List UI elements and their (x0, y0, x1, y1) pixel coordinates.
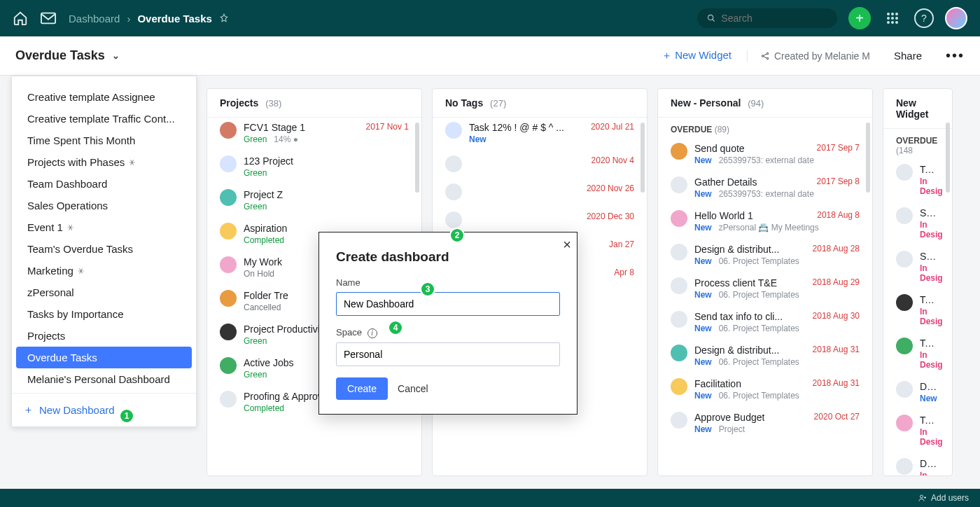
list-item[interactable]: Project ZGreen (207, 185, 421, 218)
item-title: Send tax info to cli... (694, 311, 783, 322)
new-dashboard-label: New Dashboard (39, 404, 115, 416)
sidebar-item[interactable]: Overdue Tasks (16, 347, 192, 368)
add-users-button[interactable]: Add users (918, 493, 969, 503)
list-item[interactable]: DesignNew (883, 377, 952, 410)
assignee-avatar (671, 277, 687, 294)
list-item[interactable]: Shift BIn Desig (883, 246, 952, 290)
item-status: In Desig (920, 307, 943, 326)
cancel-button[interactable]: Cancel (398, 383, 428, 394)
item-status: Green (244, 168, 267, 178)
list-item[interactable]: FCV1 Stage 12017 Nov 1Green14% ● (207, 118, 421, 151)
list-item[interactable]: Approve Budget2020 Oct 27NewProject (658, 408, 872, 441)
widget-header[interactable]: New - Personal (94) (658, 89, 872, 118)
item-title: FCV1 Stage 1 (244, 122, 305, 133)
svg-point-7 (895, 17, 898, 20)
new-widget-button[interactable]: ＋ New Widget (662, 49, 732, 62)
item-path: 06. Project Templates (719, 290, 799, 300)
sidebar-item[interactable]: Sales Operations (16, 195, 192, 216)
item-title: Facilitation (694, 378, 741, 389)
user-avatar[interactable] (945, 7, 967, 29)
search-box[interactable] (697, 8, 837, 28)
list-item[interactable]: Send tax info to cli...2018 Aug 30New06.… (658, 307, 872, 340)
item-title: Define (920, 458, 939, 469)
assignee-avatar (671, 244, 687, 261)
assignee-avatar (220, 122, 237, 139)
main: ug 9 g 29 Creative template AssigneeCrea… (0, 76, 980, 489)
list-item[interactable]: Design & distribut...2018 Aug 28New06. P… (658, 239, 872, 273)
widget-header[interactable]: New Widget (883, 89, 952, 129)
page-title[interactable]: Overdue Tasks ⌄ (15, 48, 120, 63)
callout-3: 3 (420, 282, 435, 297)
create-button[interactable]: + (848, 7, 871, 29)
list-item[interactable]: Shift AIn Desig (883, 203, 952, 246)
assignee-avatar (896, 207, 913, 224)
more-icon[interactable]: ••• (946, 48, 965, 64)
svg-rect-0 (41, 13, 55, 24)
item-title: Aspiration (244, 223, 287, 234)
list-item[interactable]: Task 5In Desig (883, 410, 952, 454)
share-button[interactable]: Share (886, 46, 930, 66)
name-input[interactable] (336, 292, 560, 316)
sidebar-item[interactable]: Projects (16, 325, 192, 347)
apps-icon[interactable] (882, 8, 903, 29)
assignee-avatar (220, 155, 237, 172)
item-status: New (694, 189, 712, 199)
create-button[interactable]: Create (336, 377, 388, 400)
list-item[interactable]: Facilitation2018 Aug 31New06. Project Te… (658, 374, 872, 408)
page-title-text: Overdue Tasks (15, 48, 105, 63)
space-input[interactable] (336, 342, 560, 366)
info-icon[interactable]: i (368, 328, 377, 338)
list-item[interactable]: Task 2In Desig (883, 333, 952, 377)
item-title: Folder Tre (244, 290, 288, 301)
widget-count: (94) (748, 98, 764, 109)
new-dashboard-button[interactable]: ＋ New Dashboard (12, 393, 196, 426)
item-title: Task 12% ! @ # $ ^ ... (469, 122, 564, 133)
widget-header[interactable]: Projects (38) (207, 89, 421, 118)
created-by: Created by Melanie M (747, 50, 870, 62)
pin-icon[interactable] (219, 13, 229, 23)
mail-icon[interactable] (41, 12, 56, 25)
list-item[interactable]: 123 ProjectGreen (207, 151, 421, 185)
list-item[interactable]: 2020 Nov 4 (433, 151, 647, 179)
list-item[interactable]: Hello World 12018 Aug 8NewzPersonal 📇 My… (658, 206, 872, 239)
sidebar-item[interactable]: Team's Overdue Tasks (16, 238, 192, 260)
search-input[interactable] (721, 13, 827, 24)
sidebar-item[interactable]: Marketing⚹ (16, 260, 192, 282)
item-path: 265399753: external date (719, 189, 814, 199)
sidebar-item-label: Tasks by Importance (27, 308, 124, 320)
breadcrumb-root[interactable]: Dashboard (69, 13, 120, 25)
item-status: New (694, 155, 712, 165)
home-icon[interactable] (13, 11, 28, 26)
list-item[interactable]: Design & distribut...2018 Aug 31New06. P… (658, 340, 872, 374)
sidebar-item[interactable]: Tasks by Importance (16, 303, 192, 325)
list-item[interactable]: 2020 Nov 26 (433, 179, 647, 207)
list-item[interactable]: Task 1In Desig (883, 290, 952, 333)
widget-header[interactable]: No Tags (27) (433, 89, 647, 118)
help-icon[interactable]: ? (914, 8, 934, 28)
list-item[interactable]: Process client T&E2018 Aug 29New06. Proj… (658, 273, 872, 307)
list-item[interactable]: Send quote2017 Sep 7New265399753: extern… (658, 139, 872, 172)
list-item[interactable]: 2020 Dec 30 (433, 207, 647, 235)
svg-point-9 (891, 21, 894, 24)
topbar-right: + ? (697, 7, 967, 29)
list-item[interactable]: Gather Details2017 Sep 8New265399753: ex… (658, 172, 872, 206)
list-item[interactable]: DefineIn Desig (883, 454, 952, 475)
sidebar-item[interactable]: zPersonal (16, 282, 192, 303)
sidebar-item[interactable]: Creative template Assignee (16, 86, 192, 108)
breadcrumb-current[interactable]: Overdue Tasks (137, 13, 211, 25)
assignee-avatar (896, 415, 913, 431)
user-plus-icon (918, 494, 927, 502)
sidebar-item[interactable]: Event 1⚹ (16, 216, 192, 238)
assignee-avatar (671, 311, 687, 328)
dashboards-dropdown[interactable]: Creative template AssigneeCreative templ… (11, 76, 197, 427)
list-item[interactable]: Task 12% ! @ # $ ^ ...2020 Jul 21New (433, 118, 647, 151)
sidebar-item[interactable]: Team Dashboard (16, 173, 192, 195)
sidebar-item[interactable]: Time Spent This Month (16, 130, 192, 151)
item-path: 06. Project Templates (719, 357, 799, 367)
sidebar-item[interactable]: Melanie's Personal Dashboard (16, 368, 192, 390)
item-title: Design & distribut... (694, 345, 779, 356)
list-item[interactable]: Toss SaIn Desig (883, 160, 952, 203)
close-icon[interactable]: × (563, 237, 571, 253)
sidebar-item[interactable]: Creative template Traffic Cont... (16, 108, 192, 130)
sidebar-item[interactable]: Projects with Phases⚹ (16, 151, 192, 173)
